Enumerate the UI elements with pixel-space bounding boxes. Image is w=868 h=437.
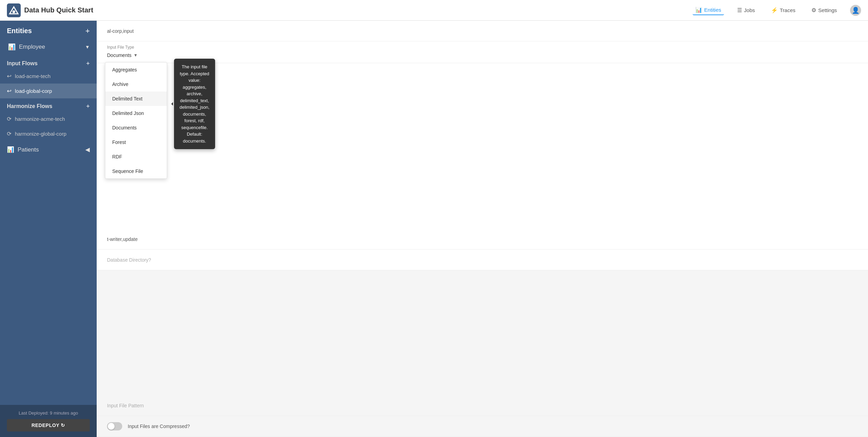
form-area: al-corp,input Input File Type Documents …	[97, 21, 868, 270]
harmonize-flows-header: Harmonize Flows +	[7, 103, 90, 109]
logo-area: Data Hub Quick Start	[7, 3, 693, 17]
sidebar-item-harmonize-acme-tech[interactable]: ⟳ harmonize-acme-tech	[0, 111, 97, 126]
load-global-corp-label: load-global-corp	[15, 88, 52, 94]
dropdown-item-aggregates[interactable]: Aggregates	[105, 62, 167, 77]
dropdown-item-archive[interactable]: Archive	[105, 77, 167, 91]
sequence-file-label: Sequence File	[112, 168, 143, 174]
entities-icon: 📊	[695, 7, 702, 13]
entities-header: Entities +	[0, 21, 97, 38]
employee-entity-label: Employee	[19, 43, 45, 50]
toggle-knob	[108, 423, 115, 430]
database-dir-row: Database Directory?	[97, 250, 868, 270]
input-file-pattern-row: Input File Pattern	[97, 395, 868, 416]
input-file-type-tooltip: The input file type. Accepted value: agg…	[174, 59, 215, 149]
options-row: t-writer,update	[97, 229, 868, 250]
employee-chevron-icon: ▼	[85, 44, 90, 50]
dropdown-item-rdf[interactable]: RDF	[105, 149, 167, 164]
input-compressed-row: Input Files are Compressed?	[97, 416, 868, 437]
harmonize-acme-icon: ⟳	[7, 116, 11, 122]
dropdown-menu: Aggregates Archive Delimited Text Delimi…	[105, 62, 167, 179]
sidebar-item-load-global-corp[interactable]: ↩ load-global-corp	[0, 84, 97, 98]
input-file-type-label: Input File Type	[107, 45, 134, 50]
svg-point-2	[12, 10, 15, 13]
input-file-type-dropdown-trigger[interactable]: Documents ▼	[107, 51, 138, 59]
archive-label: Archive	[112, 81, 128, 87]
input-path-value: al-corp,input	[107, 28, 134, 34]
delimited-text-label: Delimited Text	[112, 96, 143, 101]
dropdown-item-delimited-json[interactable]: Delimited Json	[105, 106, 167, 120]
input-flows-section: Input Flows +	[0, 56, 97, 69]
patients-entity-icon: 📊	[7, 146, 14, 153]
add-harmonize-flow-button[interactable]: +	[86, 103, 90, 109]
sidebar-item-load-acme-tech[interactable]: ↩ load-acme-tech	[0, 69, 97, 84]
harmonize-flows-title: Harmonize Flows	[7, 103, 52, 109]
content-area: al-corp,input Input File Type Documents …	[97, 21, 868, 437]
nav-jobs-label: Jobs	[744, 7, 755, 13]
nav-entities[interactable]: 📊 Entities	[693, 5, 724, 15]
tooltip-text: The input file type. Accepted value: agg…	[180, 64, 210, 144]
harmonize-acme-tech-label: harmonize-acme-tech	[15, 116, 65, 122]
dropdown-item-delimited-text[interactable]: Delimited Text	[105, 91, 167, 106]
traces-icon: ⚡	[771, 7, 778, 13]
add-entity-button[interactable]: +	[85, 27, 90, 35]
delimited-json-label: Delimited Json	[112, 110, 144, 116]
nav-entities-label: Entities	[704, 7, 721, 13]
app-title: Data Hub Quick Start	[24, 6, 93, 14]
jobs-icon: ☰	[737, 7, 742, 13]
compressed-toggle-label: Input Files are Compressed?	[128, 424, 190, 429]
patients-chevron-icon: ◀	[85, 146, 90, 153]
bottom-section: Input File Pattern Input Files are Compr…	[97, 395, 868, 437]
aggregates-label: Aggregates	[112, 67, 137, 72]
input-flows-title: Input Flows	[7, 60, 38, 67]
load-acme-tech-label: load-acme-tech	[15, 73, 50, 79]
nav-traces-label: Traces	[780, 7, 795, 13]
sidebar-item-employee[interactable]: 📊 Employee ▼	[0, 38, 97, 56]
nav-right: 📊 Entities ☰ Jobs ⚡ Traces ⚙ Settings 👤	[693, 5, 861, 16]
patients-entity-label: Patients	[18, 146, 39, 153]
avatar-icon: 👤	[852, 7, 859, 14]
dropdown-item-documents[interactable]: Documents	[105, 120, 167, 135]
add-input-flow-button[interactable]: +	[86, 60, 90, 67]
main-layout: Entities + 📊 Employee ▼ Input Flows + ↩ …	[0, 21, 868, 437]
entities-title: Entities	[7, 27, 32, 35]
forest-label: Forest	[112, 139, 126, 145]
compressed-toggle[interactable]	[107, 422, 122, 430]
dropdown-arrow-icon: ▼	[134, 53, 138, 58]
dropdown-menu-container: Aggregates Archive Delimited Text Delimi…	[105, 62, 167, 179]
dropdown-item-forest[interactable]: Forest	[105, 135, 167, 149]
sidebar-item-patients[interactable]: 📊 Patients ◀	[0, 141, 97, 158]
harmonize-global-corp-label: harmonize-global-corp	[15, 131, 66, 137]
database-dir-label: Database Directory?	[107, 257, 858, 263]
user-avatar[interactable]: 👤	[850, 5, 861, 16]
options-value: t-writer,update	[107, 236, 138, 242]
sidebar: Entities + 📊 Employee ▼ Input Flows + ↩ …	[0, 21, 97, 437]
dropdown-current-value: Documents	[107, 52, 132, 58]
rdf-label: RDF	[112, 154, 122, 159]
dropdown-item-sequence-file[interactable]: Sequence File	[105, 164, 167, 178]
sidebar-item-harmonize-global-corp[interactable]: ⟳ harmonize-global-corp	[0, 126, 97, 141]
load-global-flow-icon: ↩	[7, 88, 11, 94]
documents-label: Documents	[112, 125, 137, 130]
settings-icon: ⚙	[811, 7, 816, 13]
nav-settings[interactable]: ⚙ Settings	[809, 6, 840, 15]
app-logo-icon	[7, 3, 21, 17]
nav-jobs[interactable]: ☰ Jobs	[734, 6, 758, 15]
input-file-type-row: Input File Type Documents ▼ Aggregates A…	[97, 41, 868, 63]
top-navigation: Data Hub Quick Start 📊 Entities ☰ Jobs ⚡…	[0, 0, 868, 21]
input-flows-header: Input Flows +	[7, 60, 90, 67]
input-file-pattern-label: Input File Pattern	[107, 403, 858, 408]
harmonize-flows-section: Harmonize Flows +	[0, 98, 97, 111]
input-path-row: al-corp,input	[97, 21, 868, 41]
employee-entity-icon: 📊	[8, 43, 16, 51]
nav-settings-label: Settings	[818, 7, 837, 13]
last-deployed-text: Last Deployed: 9 minutes ago	[7, 410, 90, 416]
redeploy-button[interactable]: REDEPLOY ↻	[7, 419, 90, 431]
sidebar-footer: Last Deployed: 9 minutes ago REDEPLOY ↻	[0, 405, 97, 437]
nav-traces[interactable]: ⚡ Traces	[768, 6, 798, 15]
load-acme-flow-icon: ↩	[7, 73, 11, 79]
harmonize-global-icon: ⟳	[7, 130, 11, 137]
